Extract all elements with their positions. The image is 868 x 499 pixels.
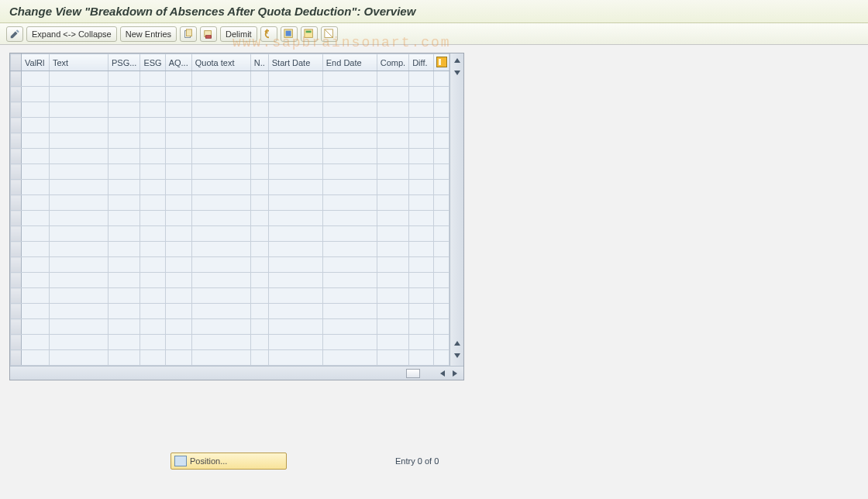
table-row[interactable] — [11, 335, 450, 350]
table-row[interactable] — [11, 133, 450, 149]
col-n[interactable]: N.. — [250, 54, 268, 71]
col-diff[interactable]: Diff. — [409, 54, 434, 71]
table-row[interactable] — [11, 180, 450, 195]
table-row[interactable] — [11, 164, 450, 180]
svg-rect-5 — [285, 30, 291, 36]
position-icon — [174, 456, 187, 466]
new-entries-button[interactable]: New Entries — [120, 26, 177, 42]
svg-rect-1 — [186, 29, 191, 36]
copy-icon[interactable] — [180, 26, 197, 42]
table-row[interactable] — [11, 319, 450, 335]
col-valrl[interactable]: ValRl — [22, 54, 50, 71]
col-row-selector[interactable] — [11, 54, 22, 71]
col-text[interactable]: Text — [50, 54, 108, 71]
table-row[interactable] — [11, 226, 450, 242]
table-row[interactable] — [11, 273, 450, 288]
expand-collapse-button[interactable]: Expand <-> Collapse — [26, 26, 117, 42]
table-row[interactable] — [11, 195, 450, 211]
col-quota-text[interactable]: Quota text — [191, 54, 250, 71]
delete-icon[interactable] — [200, 26, 217, 42]
select-block-icon[interactable] — [301, 26, 318, 42]
data-grid[interactable]: ValRl Text PSG... ESG AQ... Quota text N… — [10, 53, 450, 366]
table-container: ValRl Text PSG... ESG AQ... Quota text N… — [9, 53, 464, 380]
col-comp[interactable]: Comp. — [377, 54, 408, 71]
scroll-left-icon[interactable] — [437, 368, 448, 379]
table-row[interactable] — [11, 149, 450, 164]
scroll-up-icon[interactable] — [452, 55, 463, 66]
table-row[interactable] — [11, 304, 450, 319]
table-row[interactable] — [11, 350, 450, 366]
col-aq[interactable]: AQ... — [165, 54, 191, 71]
svg-rect-7 — [305, 30, 311, 33]
table-row[interactable] — [11, 288, 450, 304]
vertical-scrollbar[interactable] — [450, 53, 463, 366]
scroll-down-small-icon[interactable] — [452, 67, 463, 78]
col-configure-icon[interactable] — [434, 54, 450, 71]
col-psg[interactable]: PSG... — [108, 54, 140, 71]
toolbar: Expand <-> Collapse New Entries Delimit — [0, 23, 868, 45]
undo-icon[interactable] — [260, 26, 277, 42]
col-start-date[interactable]: Start Date — [268, 54, 322, 71]
page-title: Change View "Breakdown of Absences After… — [0, 0, 868, 23]
table-row[interactable] — [11, 118, 450, 133]
scroll-up-small-icon[interactable] — [452, 338, 463, 349]
table-row[interactable] — [11, 242, 450, 257]
table-row[interactable] — [11, 71, 450, 87]
table-row[interactable] — [11, 87, 450, 102]
scroll-down-icon[interactable] — [452, 350, 463, 361]
svg-rect-6 — [305, 29, 313, 37]
scroll-right-icon[interactable] — [450, 368, 460, 379]
col-esg[interactable]: ESG — [140, 54, 165, 71]
hscroll-thumb[interactable] — [406, 369, 420, 378]
toggle-change-icon[interactable] — [6, 26, 23, 42]
delimit-button[interactable]: Delimit — [220, 26, 257, 42]
svg-rect-3 — [206, 35, 212, 38]
table-row[interactable] — [11, 102, 450, 118]
entry-counter: Entry 0 of 0 — [395, 456, 439, 466]
horizontal-scrollbar[interactable] — [10, 366, 463, 380]
col-end-date[interactable]: End Date — [322, 54, 377, 71]
position-button[interactable]: Position... — [170, 453, 287, 470]
footer: Position... Entry 0 of 0 — [0, 453, 868, 470]
deselect-all-icon[interactable] — [321, 26, 338, 42]
select-all-icon[interactable] — [281, 26, 298, 42]
table-row[interactable] — [11, 257, 450, 273]
table-row[interactable] — [11, 211, 450, 226]
